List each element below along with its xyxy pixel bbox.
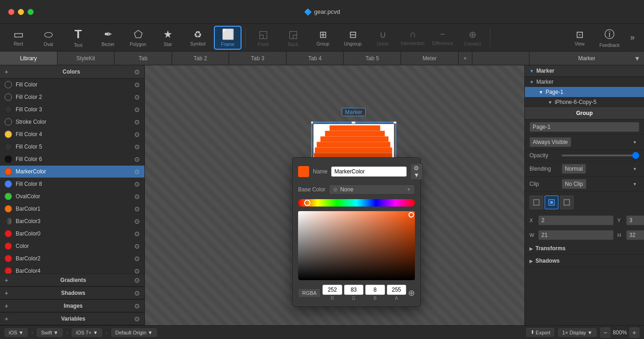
close-button[interactable] [8,9,14,15]
tool-group[interactable]: ⊞ Group [309,27,337,48]
tree-item-iphone[interactable]: ▼ iPhone-6-Copy-5 [525,97,644,107]
list-item[interactable]: Fill Color 5 ⊙ [0,141,144,153]
list-item[interactable]: MarkerColor ⊙ [0,166,144,178]
list-item[interactable]: OvalColor ⊙ [0,190,144,203]
tool-frame[interactable]: ⬜ Frame [214,26,242,50]
tool-union[interactable]: ∪ Union [369,27,397,48]
tool-bezier[interactable]: ✒ Bezier [94,27,122,49]
tool-view[interactable]: ⊡ View [566,27,593,48]
tool-feedback[interactable]: ⓘ Feedback [596,26,623,50]
export-button[interactable]: ⬆ Export [526,328,555,337]
color-options-btn[interactable]: ⊙ [134,193,140,200]
transforms-row[interactable]: ▶ Transforms [525,242,644,255]
color-options-btn[interactable]: ⊙ [134,205,140,213]
tab-tab3[interactable]: Tab 3 [229,52,287,65]
rgba-g-input[interactable] [344,285,363,295]
tool-difference[interactable]: − Difference [429,27,456,48]
tab-tab5[interactable]: Tab 5 [344,52,401,65]
clip-icon-1[interactable] [529,195,543,209]
shadows-add-button[interactable]: + [5,289,8,297]
list-item[interactable]: BarColor3 ⊙ [0,215,144,228]
tool-connect[interactable]: ⊕ Connect [459,27,486,48]
shadows-row[interactable]: ▶ Shadows [525,255,644,267]
tool-rect[interactable]: ▭ Rect [5,27,32,48]
shadows-options-button[interactable]: ⊙ [134,289,140,297]
tab-tab2[interactable]: Tab 2 [172,52,230,65]
maximize-button[interactable] [28,9,34,15]
parent-input[interactable] [529,122,639,132]
color-options-btn[interactable]: ⊙ [134,106,140,113]
blending-select[interactable]: Normal [562,164,586,174]
color-options-btn[interactable]: ⊙ [134,267,140,274]
list-item[interactable]: Fill Color ⊙ [0,79,144,91]
color-options-btn[interactable]: ⊙ [134,180,140,188]
visibility-select[interactable]: Always Visible [529,137,571,147]
platform-button[interactable]: iOS ▼ [5,328,28,337]
images-add-button[interactable]: + [5,302,8,310]
color-options-btn[interactable]: ⊙ [134,255,140,262]
list-item[interactable]: Fill Color 6 ⊙ [0,153,144,166]
tool-polygon[interactable]: ⬠ Polygon [124,27,152,49]
color-options-btn[interactable]: ⊙ [134,155,140,163]
display-button[interactable]: 1× Display ▼ [558,328,597,337]
colors-add-button[interactable]: + [5,68,8,75]
swift-button[interactable]: Swift ▼ [37,328,63,337]
color-options-btn[interactable]: ⊙ [134,242,140,250]
clip-icon-2[interactable] [545,195,558,209]
images-options-button[interactable]: ⊙ [134,302,140,310]
zoom-in-button[interactable]: + [629,328,639,338]
opacity-slider[interactable] [562,155,639,156]
tab-library[interactable]: Library [0,52,58,65]
zoom-out-button[interactable]: − [600,328,610,338]
gradients-add-button[interactable]: + [5,276,8,284]
color-gradient[interactable] [298,211,415,280]
color-options-btn[interactable]: ⊙ [134,118,140,126]
clip-icon-3[interactable] [560,195,574,209]
tab-tab4[interactable]: Tab 4 [287,52,344,65]
ios-version-button[interactable]: iOS 7+ ▼ [72,328,102,337]
list-item[interactable]: BarColor4 ⊙ [0,265,144,274]
color-options-btn[interactable]: ⊙ [134,93,140,101]
hue-slider[interactable] [298,199,415,207]
gradients-options-button[interactable]: ⊙ [134,276,140,284]
canvas[interactable]: Name ⚙ ▼ Base Color ⊘ None ▼ [145,65,524,325]
tool-oval[interactable]: ⬭ Oval [34,27,62,49]
color-options-btn[interactable]: ⊙ [134,218,140,225]
variables-options-button[interactable]: ⊙ [134,315,140,322]
rgba-a-input[interactable] [387,285,406,295]
color-options-btn[interactable]: ⊙ [134,230,140,237]
tool-intersection[interactable]: ∩ Intersection [399,27,426,48]
tab-marker-arrow[interactable]: ▼ [634,55,640,62]
list-item[interactable]: Fill Color 3 ⊙ [0,103,144,116]
h-input[interactable] [626,230,644,240]
color-options-btn[interactable]: ⊙ [134,81,140,88]
tool-ungroup[interactable]: ⊟ Ungroup [339,27,367,48]
tool-back[interactable]: ◲ Back [279,27,307,49]
tab-tab[interactable]: Tab [115,52,172,65]
more-tools-button[interactable]: » [626,33,639,42]
picker-gear-button[interactable]: ⚙ ▼ [410,163,423,180]
tool-symbol[interactable]: ♻ Symbol [184,27,212,48]
list-item[interactable]: BarColor0 ⊙ [0,228,144,240]
y-input[interactable] [626,215,644,225]
tool-text[interactable]: T Text [64,25,92,50]
rgba-mode-button[interactable]: RGBA [298,288,321,298]
list-item[interactable]: BarColor1 ⊙ [0,203,144,215]
list-item[interactable]: Stroke Color ⊙ [0,116,144,128]
colors-options-button[interactable]: ⊙ [134,68,140,75]
color-options-btn[interactable]: ⊙ [134,131,140,138]
tree-item-page1[interactable]: ▼ Page-1 [525,87,644,97]
tab-add-button[interactable]: + [459,52,472,65]
picker-name-input[interactable] [331,167,407,177]
list-item[interactable]: Fill Color 2 ⊙ [0,91,144,103]
tab-stylekit[interactable]: StyleKit [58,52,115,65]
clip-select[interactable]: No Clip [562,179,586,189]
rgba-b-input[interactable] [365,285,385,295]
minimize-button[interactable] [18,9,24,15]
x-input[interactable] [538,215,614,225]
color-picker-eyedropper[interactable]: ⊕ [408,288,415,298]
list-item[interactable]: BarColor2 ⊙ [0,253,144,265]
variables-add-button[interactable]: + [5,315,8,322]
color-options-btn[interactable]: ⊙ [134,168,140,175]
tree-item-marker[interactable]: ▼ Marker [525,77,644,87]
